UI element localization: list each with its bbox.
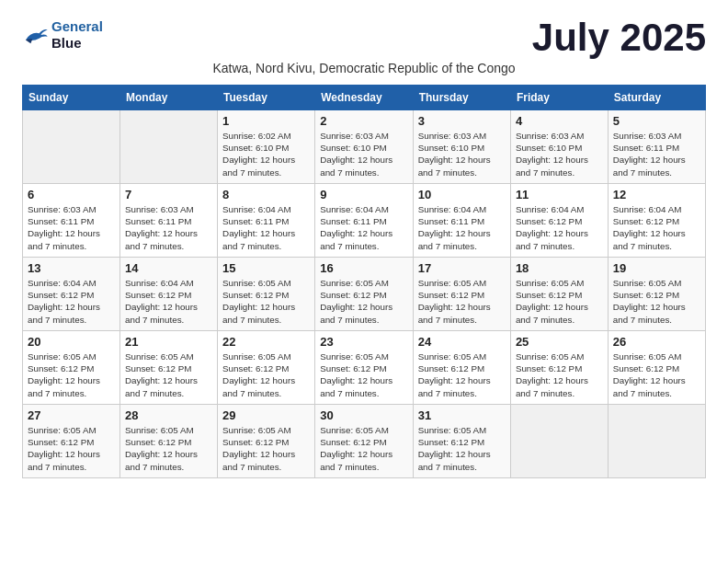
day-number: 12 bbox=[613, 188, 700, 201]
day-info: Sunrise: 6:05 AM Sunset: 6:12 PM Dayligh… bbox=[28, 350, 115, 399]
day-number: 19 bbox=[613, 261, 700, 275]
day-number: 24 bbox=[418, 335, 506, 349]
day-number: 26 bbox=[613, 335, 700, 349]
calendar-cell: 31Sunrise: 6:05 AM Sunset: 6:12 PM Dayli… bbox=[413, 405, 510, 478]
day-number: 2 bbox=[320, 114, 407, 128]
day-info: Sunrise: 6:05 AM Sunset: 6:12 PM Dayligh… bbox=[418, 350, 506, 399]
day-info: Sunrise: 6:04 AM Sunset: 6:12 PM Dayligh… bbox=[28, 277, 115, 326]
day-header-saturday: Saturday bbox=[608, 86, 705, 110]
day-number: 27 bbox=[28, 408, 115, 422]
calendar-cell: 16Sunrise: 6:05 AM Sunset: 6:12 PM Dayli… bbox=[315, 258, 413, 331]
day-info: Sunrise: 6:05 AM Sunset: 6:12 PM Dayligh… bbox=[125, 350, 212, 399]
calendar-cell bbox=[23, 110, 120, 184]
day-header-thursday: Thursday bbox=[413, 86, 510, 110]
day-info: Sunrise: 6:05 AM Sunset: 6:12 PM Dayligh… bbox=[222, 424, 310, 473]
calendar-cell: 6Sunrise: 6:03 AM Sunset: 6:11 PM Daylig… bbox=[23, 184, 120, 258]
calendar-cell bbox=[608, 405, 705, 478]
calendar-cell: 11Sunrise: 6:04 AM Sunset: 6:12 PM Dayli… bbox=[510, 184, 608, 258]
calendar-cell: 29Sunrise: 6:05 AM Sunset: 6:12 PM Dayli… bbox=[218, 405, 315, 478]
day-info: Sunrise: 6:05 AM Sunset: 6:12 PM Dayligh… bbox=[222, 350, 310, 399]
day-info: Sunrise: 6:03 AM Sunset: 6:11 PM Dayligh… bbox=[613, 130, 700, 178]
day-number: 1 bbox=[222, 114, 310, 128]
day-info: Sunrise: 6:03 AM Sunset: 6:10 PM Dayligh… bbox=[516, 130, 603, 178]
calendar-cell: 10Sunrise: 6:04 AM Sunset: 6:11 PM Dayli… bbox=[413, 184, 510, 258]
calendar-week-5: 27Sunrise: 6:05 AM Sunset: 6:12 PM Dayli… bbox=[23, 405, 706, 478]
calendar-cell: 23Sunrise: 6:05 AM Sunset: 6:12 PM Dayli… bbox=[315, 331, 413, 405]
calendar-cell: 13Sunrise: 6:04 AM Sunset: 6:12 PM Dayli… bbox=[23, 258, 120, 331]
calendar-cell: 1Sunrise: 6:02 AM Sunset: 6:10 PM Daylig… bbox=[218, 110, 315, 184]
calendar-cell: 20Sunrise: 6:05 AM Sunset: 6:12 PM Dayli… bbox=[23, 331, 120, 405]
calendar-body: 1Sunrise: 6:02 AM Sunset: 6:10 PM Daylig… bbox=[23, 110, 706, 478]
location-title: Katwa, Nord Kivu, Democratic Republic of… bbox=[22, 61, 706, 75]
day-info: Sunrise: 6:05 AM Sunset: 6:12 PM Dayligh… bbox=[320, 350, 407, 399]
calendar-cell: 25Sunrise: 6:05 AM Sunset: 6:12 PM Dayli… bbox=[510, 331, 608, 405]
calendar-cell: 24Sunrise: 6:05 AM Sunset: 6:12 PM Dayli… bbox=[413, 331, 510, 405]
calendar-cell: 17Sunrise: 6:05 AM Sunset: 6:12 PM Dayli… bbox=[413, 258, 510, 331]
day-number: 8 bbox=[222, 188, 310, 201]
calendar-cell: 8Sunrise: 6:04 AM Sunset: 6:11 PM Daylig… bbox=[218, 184, 315, 258]
calendar-cell: 14Sunrise: 6:04 AM Sunset: 6:12 PM Dayli… bbox=[120, 258, 218, 331]
calendar-cell: 7Sunrise: 6:03 AM Sunset: 6:11 PM Daylig… bbox=[120, 184, 218, 258]
calendar-cell: 28Sunrise: 6:05 AM Sunset: 6:12 PM Dayli… bbox=[120, 405, 218, 478]
day-number: 7 bbox=[125, 188, 212, 201]
calendar-cell: 9Sunrise: 6:04 AM Sunset: 6:11 PM Daylig… bbox=[315, 184, 413, 258]
calendar-cell: 3Sunrise: 6:03 AM Sunset: 6:10 PM Daylig… bbox=[413, 110, 510, 184]
day-number: 25 bbox=[516, 335, 603, 349]
calendar-week-4: 20Sunrise: 6:05 AM Sunset: 6:12 PM Dayli… bbox=[23, 331, 706, 405]
day-info: Sunrise: 6:04 AM Sunset: 6:12 PM Dayligh… bbox=[125, 277, 212, 326]
calendar-cell: 19Sunrise: 6:05 AM Sunset: 6:12 PM Dayli… bbox=[608, 258, 705, 331]
calendar-week-3: 13Sunrise: 6:04 AM Sunset: 6:12 PM Dayli… bbox=[23, 258, 706, 331]
day-number: 23 bbox=[320, 335, 407, 349]
day-number: 15 bbox=[222, 261, 310, 275]
day-number: 28 bbox=[125, 408, 212, 422]
day-info: Sunrise: 6:05 AM Sunset: 6:12 PM Dayligh… bbox=[222, 277, 310, 326]
day-info: Sunrise: 6:05 AM Sunset: 6:12 PM Dayligh… bbox=[418, 424, 506, 473]
day-number: 18 bbox=[516, 261, 603, 275]
day-info: Sunrise: 6:04 AM Sunset: 6:11 PM Dayligh… bbox=[418, 203, 506, 252]
day-number: 17 bbox=[418, 261, 506, 275]
day-number: 30 bbox=[320, 408, 407, 422]
calendar-cell: 21Sunrise: 6:05 AM Sunset: 6:12 PM Dayli… bbox=[120, 331, 218, 405]
day-info: Sunrise: 6:04 AM Sunset: 6:12 PM Dayligh… bbox=[516, 203, 603, 252]
calendar-week-1: 1Sunrise: 6:02 AM Sunset: 6:10 PM Daylig… bbox=[23, 110, 706, 184]
day-info: Sunrise: 6:05 AM Sunset: 6:12 PM Dayligh… bbox=[320, 424, 407, 473]
calendar-cell bbox=[120, 110, 218, 184]
day-number: 29 bbox=[222, 408, 310, 422]
day-info: Sunrise: 6:05 AM Sunset: 6:12 PM Dayligh… bbox=[516, 350, 603, 399]
day-info: Sunrise: 6:05 AM Sunset: 6:12 PM Dayligh… bbox=[28, 424, 115, 473]
logo-line2: Blue bbox=[51, 35, 103, 52]
day-number: 5 bbox=[613, 114, 700, 128]
day-number: 14 bbox=[125, 261, 212, 275]
day-info: Sunrise: 6:04 AM Sunset: 6:12 PM Dayligh… bbox=[613, 203, 700, 252]
day-info: Sunrise: 6:05 AM Sunset: 6:12 PM Dayligh… bbox=[613, 350, 700, 399]
day-number: 20 bbox=[28, 335, 115, 349]
day-header-wednesday: Wednesday bbox=[315, 86, 413, 110]
calendar-table: SundayMondayTuesdayWednesdayThursdayFrid… bbox=[22, 85, 706, 478]
day-number: 21 bbox=[125, 335, 212, 349]
calendar-cell: 30Sunrise: 6:05 AM Sunset: 6:12 PM Dayli… bbox=[315, 405, 413, 478]
day-number: 3 bbox=[418, 114, 506, 128]
logo-text: General Blue bbox=[51, 18, 103, 52]
day-info: Sunrise: 6:05 AM Sunset: 6:12 PM Dayligh… bbox=[613, 277, 700, 326]
day-info: Sunrise: 6:03 AM Sunset: 6:11 PM Dayligh… bbox=[28, 203, 115, 252]
day-header-monday: Monday bbox=[120, 86, 218, 110]
day-number: 22 bbox=[222, 335, 310, 349]
day-info: Sunrise: 6:05 AM Sunset: 6:12 PM Dayligh… bbox=[516, 277, 603, 326]
day-info: Sunrise: 6:04 AM Sunset: 6:11 PM Dayligh… bbox=[222, 203, 310, 252]
month-title: July 2025 bbox=[532, 18, 706, 57]
day-info: Sunrise: 6:04 AM Sunset: 6:11 PM Dayligh… bbox=[320, 203, 407, 252]
calendar-cell: 2Sunrise: 6:03 AM Sunset: 6:10 PM Daylig… bbox=[315, 110, 413, 184]
calendar-cell bbox=[510, 405, 608, 478]
calendar-cell: 15Sunrise: 6:05 AM Sunset: 6:12 PM Dayli… bbox=[218, 258, 315, 331]
calendar-cell: 12Sunrise: 6:04 AM Sunset: 6:12 PM Dayli… bbox=[608, 184, 705, 258]
day-number: 6 bbox=[28, 188, 115, 201]
day-info: Sunrise: 6:03 AM Sunset: 6:10 PM Dayligh… bbox=[418, 130, 506, 178]
calendar-cell: 27Sunrise: 6:05 AM Sunset: 6:12 PM Dayli… bbox=[23, 405, 120, 478]
day-info: Sunrise: 6:05 AM Sunset: 6:12 PM Dayligh… bbox=[320, 277, 407, 326]
day-info: Sunrise: 6:03 AM Sunset: 6:10 PM Dayligh… bbox=[320, 130, 407, 178]
day-number: 11 bbox=[516, 188, 603, 201]
day-number: 10 bbox=[418, 188, 506, 201]
day-header-tuesday: Tuesday bbox=[218, 86, 315, 110]
calendar-week-2: 6Sunrise: 6:03 AM Sunset: 6:11 PM Daylig… bbox=[23, 184, 706, 258]
day-number: 31 bbox=[418, 408, 506, 422]
